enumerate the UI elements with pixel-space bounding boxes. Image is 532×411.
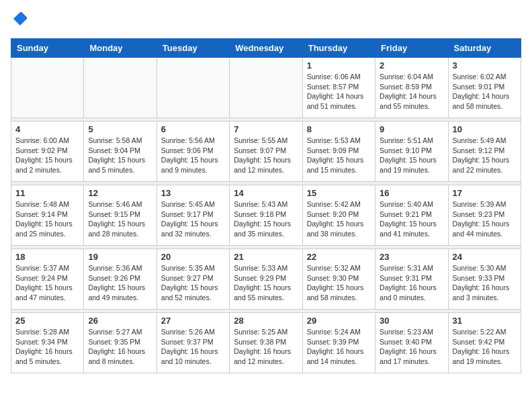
day-number: 30 [380,316,443,326]
calendar-cell: 5Sunrise: 5:58 AMSunset: 9:04 PMDaylight… [84,122,157,182]
day-info: Sunrise: 5:49 AMSunset: 9:12 PMDaylight:… [453,136,517,175]
day-number: 22 [307,252,371,262]
day-info: Sunrise: 5:53 AMSunset: 9:09 PMDaylight:… [307,136,371,175]
calendar-cell: 1Sunrise: 6:06 AMSunset: 8:57 PMDaylight… [302,58,375,118]
calendar-cell: 20Sunrise: 5:35 AMSunset: 9:27 PMDayligh… [157,249,229,310]
week-row-5: 25Sunrise: 5:28 AMSunset: 9:34 PMDayligh… [11,313,521,373]
day-info: Sunrise: 6:04 AMSunset: 8:59 PMDaylight:… [380,72,443,111]
day-number: 18 [15,252,79,262]
day-number: 15 [307,188,371,198]
calendar-cell: 21Sunrise: 5:33 AMSunset: 9:29 PMDayligh… [230,249,302,310]
day-info: Sunrise: 5:58 AMSunset: 9:04 PMDaylight:… [88,136,152,175]
week-row-2: 4Sunrise: 6:00 AMSunset: 9:02 PMDaylight… [11,122,521,182]
weekday-header-wednesday: Wednesday [230,39,302,58]
day-number: 19 [88,252,152,262]
day-info: Sunrise: 5:32 AMSunset: 9:30 PMDaylight:… [307,263,371,303]
day-info: Sunrise: 5:27 AMSunset: 9:35 PMDaylight:… [88,327,152,367]
calendar-cell: 4Sunrise: 6:00 AMSunset: 9:02 PMDaylight… [11,122,84,182]
day-info: Sunrise: 6:00 AMSunset: 9:02 PMDaylight:… [15,136,79,175]
day-info: Sunrise: 5:56 AMSunset: 9:06 PMDaylight:… [161,136,225,175]
calendar-cell: 29Sunrise: 5:24 AMSunset: 9:39 PMDayligh… [302,313,375,373]
day-number: 12 [88,188,152,198]
weekday-header-monday: Monday [84,39,157,58]
day-number: 20 [161,252,225,262]
day-info: Sunrise: 5:37 AMSunset: 9:24 PMDaylight:… [15,263,79,303]
day-number: 4 [15,124,79,134]
calendar-cell: 27Sunrise: 5:26 AMSunset: 9:37 PMDayligh… [157,313,229,373]
day-info: Sunrise: 5:39 AMSunset: 9:23 PMDaylight:… [453,199,517,239]
day-info: Sunrise: 5:40 AMSunset: 9:21 PMDaylight:… [380,199,443,239]
weekday-header-thursday: Thursday [302,39,375,58]
calendar-cell: 24Sunrise: 5:30 AMSunset: 9:33 PMDayligh… [448,249,521,310]
day-number: 11 [15,188,79,198]
day-info: Sunrise: 5:22 AMSunset: 9:42 PMDaylight:… [453,327,517,367]
logo [11,11,28,30]
day-info: Sunrise: 5:42 AMSunset: 9:20 PMDaylight:… [307,199,371,239]
day-number: 28 [234,316,298,326]
calendar-cell: 25Sunrise: 5:28 AMSunset: 9:34 PMDayligh… [11,313,84,373]
weekday-header-sunday: Sunday [11,39,84,58]
calendar-cell [84,58,157,118]
calendar-cell [11,58,84,118]
day-info: Sunrise: 5:35 AMSunset: 9:27 PMDaylight:… [161,263,225,303]
day-number: 25 [15,316,79,326]
day-number: 29 [307,316,371,326]
calendar-cell: 7Sunrise: 5:55 AMSunset: 9:07 PMDaylight… [230,122,302,182]
calendar-cell: 26Sunrise: 5:27 AMSunset: 9:35 PMDayligh… [84,313,157,373]
day-info: Sunrise: 6:06 AMSunset: 8:57 PMDaylight:… [307,72,371,111]
day-info: Sunrise: 5:45 AMSunset: 9:17 PMDaylight:… [161,199,225,239]
day-info: Sunrise: 5:31 AMSunset: 9:31 PMDaylight:… [380,263,443,303]
day-number: 5 [88,124,152,134]
calendar-cell: 2Sunrise: 6:04 AMSunset: 8:59 PMDaylight… [375,58,448,118]
calendar-cell: 14Sunrise: 5:43 AMSunset: 9:18 PMDayligh… [230,185,302,246]
calendar-table: SundayMondayTuesdayWednesdayThursdayFrid… [11,38,521,373]
day-number: 3 [453,60,517,71]
calendar-cell: 17Sunrise: 5:39 AMSunset: 9:23 PMDayligh… [448,185,521,246]
week-row-4: 18Sunrise: 5:37 AMSunset: 9:24 PMDayligh… [11,249,521,310]
day-number: 16 [380,188,443,198]
calendar-body: 1Sunrise: 6:06 AMSunset: 8:57 PMDaylight… [11,58,521,373]
day-number: 17 [453,188,517,198]
calendar-cell: 8Sunrise: 5:53 AMSunset: 9:09 PMDaylight… [302,122,375,182]
day-number: 23 [380,252,443,262]
calendar-cell: 3Sunrise: 6:02 AMSunset: 9:01 PMDaylight… [448,58,521,118]
page-header [11,11,521,30]
day-info: Sunrise: 6:02 AMSunset: 9:01 PMDaylight:… [453,72,517,111]
day-number: 2 [380,60,443,71]
calendar-cell: 11Sunrise: 5:48 AMSunset: 9:14 PMDayligh… [11,185,84,246]
calendar-cell: 19Sunrise: 5:36 AMSunset: 9:26 PMDayligh… [84,249,157,310]
calendar-cell: 18Sunrise: 5:37 AMSunset: 9:24 PMDayligh… [11,249,84,310]
day-number: 6 [161,124,225,134]
calendar-cell: 28Sunrise: 5:25 AMSunset: 9:38 PMDayligh… [230,313,302,373]
day-number: 31 [453,316,517,326]
calendar-cell: 15Sunrise: 5:42 AMSunset: 9:20 PMDayligh… [302,185,375,246]
day-number: 27 [161,316,225,326]
calendar-cell: 23Sunrise: 5:31 AMSunset: 9:31 PMDayligh… [375,249,448,310]
weekday-header-tuesday: Tuesday [157,39,229,58]
day-info: Sunrise: 5:33 AMSunset: 9:29 PMDaylight:… [234,263,298,303]
calendar-cell: 12Sunrise: 5:46 AMSunset: 9:15 PMDayligh… [84,185,157,246]
week-row-3: 11Sunrise: 5:48 AMSunset: 9:14 PMDayligh… [11,185,521,246]
calendar-cell [157,58,229,118]
day-number: 1 [307,60,371,71]
day-info: Sunrise: 5:43 AMSunset: 9:18 PMDaylight:… [234,199,298,239]
calendar-cell: 16Sunrise: 5:40 AMSunset: 9:21 PMDayligh… [375,185,448,246]
weekday-header-saturday: Saturday [448,39,521,58]
weekday-header-friday: Friday [375,39,448,58]
calendar-cell: 30Sunrise: 5:23 AMSunset: 9:40 PMDayligh… [375,313,448,373]
svg-marker-0 [13,12,27,26]
day-number: 26 [88,316,152,326]
day-number: 10 [453,124,517,134]
day-number: 8 [307,124,371,134]
calendar-cell: 31Sunrise: 5:22 AMSunset: 9:42 PMDayligh… [448,313,521,373]
day-info: Sunrise: 5:25 AMSunset: 9:38 PMDaylight:… [234,327,298,367]
day-info: Sunrise: 5:28 AMSunset: 9:34 PMDaylight:… [15,327,79,367]
day-info: Sunrise: 5:36 AMSunset: 9:26 PMDaylight:… [88,263,152,303]
day-number: 14 [234,188,298,198]
day-info: Sunrise: 5:48 AMSunset: 9:14 PMDaylight:… [15,199,79,239]
day-number: 21 [234,252,298,262]
day-number: 13 [161,188,225,198]
day-info: Sunrise: 5:51 AMSunset: 9:10 PMDaylight:… [380,136,443,175]
day-info: Sunrise: 5:24 AMSunset: 9:39 PMDaylight:… [307,327,371,367]
day-info: Sunrise: 5:30 AMSunset: 9:33 PMDaylight:… [453,263,517,303]
